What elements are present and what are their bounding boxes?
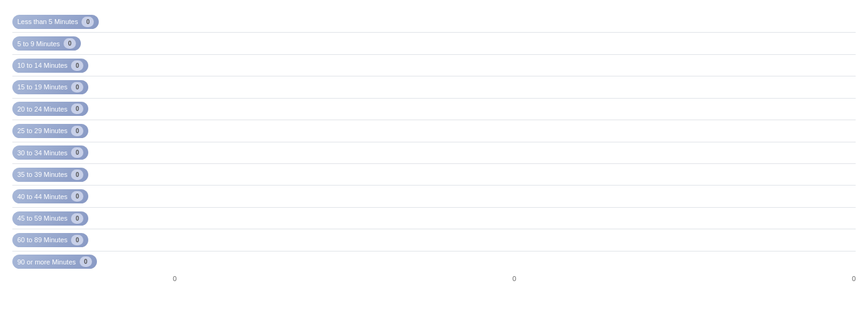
bar-value: 0 (81, 17, 94, 27)
bar-area (173, 56, 856, 75)
bar-label-text: 20 to 24 Minutes (17, 105, 67, 113)
bar-value: 0 (71, 82, 83, 92)
label-container: 45 to 59 Minutes 0 (12, 211, 173, 226)
bar-label: 35 to 39 Minutes 0 (12, 168, 88, 182)
bar-value: 0 (71, 147, 83, 158)
label-container: 15 to 19 Minutes 0 (12, 80, 173, 94)
bar-label-text: 40 to 44 Minutes (17, 193, 67, 200)
bar-label: 10 to 14 Minutes 0 (12, 59, 88, 73)
label-container: 20 to 24 Minutes 0 (12, 102, 173, 116)
x-axis: 000 (12, 275, 856, 282)
bar-area (173, 253, 856, 271)
bar-value: 0 (71, 60, 83, 71)
label-container: 60 to 89 Minutes 0 (12, 233, 173, 247)
bar-value: 0 (71, 213, 83, 224)
bar-row: 30 to 34 Minutes 0 (12, 142, 856, 164)
bar-area (173, 209, 856, 227)
x-tick: 0 (852, 275, 856, 282)
bar-label-text: 25 to 29 Minutes (17, 127, 67, 134)
label-container: 30 to 34 Minutes 0 (12, 145, 173, 160)
bar-area (173, 34, 856, 52)
bar-value: 0 (71, 191, 83, 202)
label-container: 25 to 29 Minutes 0 (12, 124, 173, 138)
bar-label: 25 to 29 Minutes 0 (12, 124, 88, 138)
bar-area (173, 187, 856, 205)
chart-container: Less than 5 Minutes 0 5 to 9 Minutes 0 1… (0, 0, 868, 323)
bar-value: 0 (80, 256, 92, 267)
bar-label-text: 60 to 89 Minutes (17, 236, 67, 243)
bar-row: 10 to 14 Minutes 0 (12, 55, 856, 76)
bar-label-text: 35 to 39 Minutes (17, 171, 67, 178)
bar-row: 25 to 29 Minutes 0 (12, 120, 856, 142)
bar-area (173, 144, 856, 162)
bar-row: 90 or more Minutes 0 (12, 251, 856, 272)
bar-label: 90 or more Minutes 0 (12, 255, 97, 269)
bar-label: 5 to 9 Minutes 0 (12, 36, 81, 51)
x-tick: 0 (512, 275, 516, 282)
bar-label-text: 15 to 19 Minutes (17, 83, 67, 91)
bar-label: 30 to 34 Minutes 0 (12, 145, 88, 160)
bar-value: 0 (71, 126, 83, 136)
bar-label: 45 to 59 Minutes 0 (12, 211, 88, 226)
bar-area (173, 78, 856, 96)
bar-label-text: 30 to 34 Minutes (17, 149, 67, 157)
bar-label-text: Less than 5 Minutes (17, 18, 78, 25)
bar-value: 0 (71, 170, 83, 180)
bar-label-text: 10 to 14 Minutes (17, 62, 67, 69)
bar-area (173, 121, 856, 140)
bar-area (173, 12, 856, 31)
bar-row: 15 to 19 Minutes 0 (12, 76, 856, 98)
bar-label: 60 to 89 Minutes 0 (12, 233, 88, 247)
label-container: 90 or more Minutes 0 (12, 255, 173, 269)
bar-value: 0 (71, 104, 83, 114)
label-container: 35 to 39 Minutes 0 (12, 168, 173, 182)
bar-label: 15 to 19 Minutes 0 (12, 80, 88, 94)
bar-label-text: 90 or more Minutes (17, 258, 76, 266)
bar-value: 0 (64, 38, 76, 49)
label-container: Less than 5 Minutes 0 (12, 15, 173, 29)
bar-label: 20 to 24 Minutes 0 (12, 102, 88, 116)
bar-area (173, 100, 856, 118)
bar-label: 40 to 44 Minutes 0 (12, 189, 88, 203)
label-container: 5 to 9 Minutes 0 (12, 36, 173, 51)
bar-row: 35 to 39 Minutes 0 (12, 164, 856, 186)
bar-row: 20 to 24 Minutes 0 (12, 99, 856, 120)
bar-row: 40 to 44 Minutes 0 (12, 186, 856, 207)
x-tick: 0 (173, 275, 177, 282)
bar-row: 60 to 89 Minutes 0 (12, 229, 856, 251)
bar-label: Less than 5 Minutes 0 (12, 15, 99, 29)
bar-row: 5 to 9 Minutes 0 (12, 33, 856, 54)
label-container: 10 to 14 Minutes 0 (12, 59, 173, 73)
label-container: 40 to 44 Minutes 0 (12, 189, 173, 203)
bar-row: 45 to 59 Minutes 0 (12, 208, 856, 229)
bar-label-text: 45 to 59 Minutes (17, 215, 67, 222)
chart-body: Less than 5 Minutes 0 5 to 9 Minutes 0 1… (12, 11, 856, 272)
bar-area (173, 165, 856, 184)
bar-row: Less than 5 Minutes 0 (12, 11, 856, 33)
bar-area (173, 231, 856, 249)
bar-value: 0 (71, 235, 83, 245)
bar-label-text: 5 to 9 Minutes (17, 40, 60, 47)
